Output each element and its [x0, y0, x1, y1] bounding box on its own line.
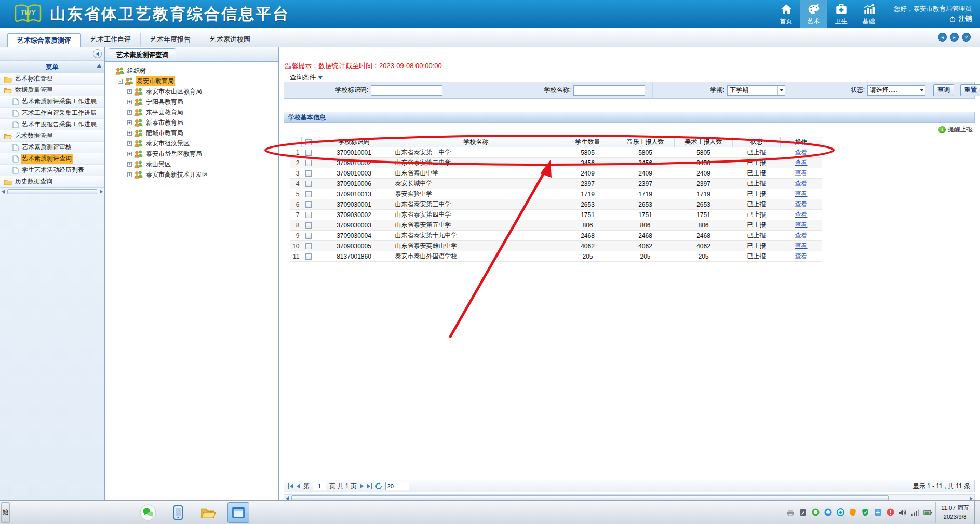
expand-node-icon[interactable]: +	[127, 162, 132, 167]
tree-node-ningyang[interactable]: + 宁阳县教育局	[106, 97, 277, 107]
status-select[interactable]: 请选择.....	[867, 85, 925, 96]
battery-icon[interactable]	[923, 508, 932, 517]
row-checkbox[interactable]	[305, 160, 312, 166]
tree-node-cuwen[interactable]: + 泰安市徂汶景区	[106, 138, 277, 149]
select-all-checkbox[interactable]	[305, 139, 312, 145]
row-checkbox[interactable]	[305, 222, 312, 229]
scroll-right-icon[interactable]	[970, 496, 973, 500]
sidebar-item-history-query[interactable]: 历史数据查询	[0, 176, 104, 187]
nav-item-art[interactable]: 艺术	[800, 0, 827, 28]
row-checkbox[interactable]	[305, 243, 312, 249]
view-link[interactable]: 查看	[795, 169, 808, 177]
page-number-input[interactable]	[313, 482, 326, 490]
expand-node-icon[interactable]: +	[127, 172, 132, 177]
window-forward-icon[interactable]: ▸	[950, 33, 959, 42]
browser-icon[interactable]	[836, 508, 845, 517]
volume-icon[interactable]	[898, 508, 907, 517]
menu-scroll-up-icon[interactable]	[97, 64, 102, 68]
row-checkbox[interactable]	[305, 212, 312, 218]
row-checkbox[interactable]	[305, 253, 312, 260]
row-checkbox[interactable]	[305, 201, 312, 208]
scroll-right-icon[interactable]	[100, 190, 103, 194]
tree-node-dongping[interactable]: + 东平县教育局	[106, 107, 277, 117]
view-link[interactable]: 查看	[795, 159, 808, 166]
view-link[interactable]: 查看	[795, 180, 808, 187]
tab-art-quality-eval[interactable]: 艺术综合素质测评	[7, 33, 81, 47]
sidebar-item-data-quality[interactable]: 数据质量管理	[0, 85, 104, 96]
expand-node-icon[interactable]: +	[127, 131, 132, 136]
sidebar-item-student-activity-list[interactable]: 学生艺术活动经历列表	[0, 165, 104, 176]
menu-horizontal-scrollbar[interactable]	[0, 187, 104, 195]
semester-select[interactable]: 下学期	[727, 85, 785, 96]
network-icon[interactable]	[911, 508, 920, 517]
expand-node-icon[interactable]: +	[127, 152, 132, 156]
tab-eval-query[interactable]: 艺术素质测评查询	[109, 48, 176, 61]
tree-node-taian-bureau[interactable]: - 泰安市教育局	[106, 76, 277, 86]
view-link[interactable]: 查看	[795, 252, 808, 260]
last-page-icon[interactable]	[367, 483, 372, 489]
collapse-sidebar-icon[interactable]	[93, 49, 102, 58]
scrollbar-thumb[interactable]	[291, 495, 889, 500]
tree-node-xintai[interactable]: + 新泰市教育局	[106, 117, 277, 128]
nav-item-basic[interactable]: 基础	[855, 0, 882, 28]
view-link[interactable]: 查看	[795, 149, 808, 156]
update-icon[interactable]	[886, 508, 895, 517]
expand-node-icon[interactable]: +	[127, 120, 132, 125]
school-code-input[interactable]	[371, 85, 442, 96]
pen-input-icon[interactable]	[799, 508, 808, 517]
antivirus-shield-icon[interactable]	[861, 508, 870, 517]
view-link[interactable]: 查看	[795, 221, 808, 229]
next-page-icon[interactable]	[360, 483, 364, 489]
remind-report-link[interactable]: + 提醒上报	[938, 125, 973, 134]
browser-taskbar-button[interactable]	[227, 502, 249, 523]
prev-page-icon[interactable]	[297, 483, 300, 489]
view-link[interactable]: 查看	[795, 190, 808, 197]
sidebar-item-eval-query[interactable]: 艺术素质测评查询	[0, 153, 104, 165]
taskbar-clock[interactable]: 11:07 周五 2023/9/8	[935, 502, 974, 523]
wechat-taskbar-button[interactable]	[137, 502, 159, 523]
row-checkbox[interactable]	[305, 150, 312, 156]
first-page-icon[interactable]	[288, 483, 293, 489]
tab-artist-campus[interactable]: 艺术家进校园	[200, 33, 260, 47]
view-link[interactable]: 查看	[795, 242, 808, 249]
tree-node-daiyue[interactable]: + 泰安市岱岳区教育局	[106, 149, 277, 159]
logout-button[interactable]: 注销	[894, 14, 972, 24]
security-shield-icon[interactable]	[849, 508, 857, 517]
view-link[interactable]: 查看	[795, 232, 808, 239]
sidebar-item-selfeval-collect-progress[interactable]: 艺术工作自评采集工作进展	[0, 108, 104, 119]
nav-item-home[interactable]: 首页	[772, 0, 800, 28]
input-method-icon[interactable]	[874, 508, 882, 517]
view-link[interactable]: 查看	[795, 211, 808, 218]
window-help-icon[interactable]: ?	[962, 33, 971, 42]
printer-icon[interactable]	[786, 508, 795, 517]
tree-node-hightech-zone[interactable]: + 泰安市高新技术开发区	[106, 169, 277, 180]
messenger-icon[interactable]	[811, 508, 820, 517]
expand-node-icon[interactable]: +	[127, 89, 132, 94]
refresh-icon[interactable]	[375, 482, 382, 490]
collapse-node-icon[interactable]: -	[118, 79, 123, 84]
tab-art-annual-report[interactable]: 艺术年度报告	[141, 33, 200, 47]
view-link[interactable]: 查看	[795, 200, 808, 208]
sidebar-item-annual-collect-progress[interactable]: 艺术年度报告采集工作进展	[0, 119, 104, 130]
scroll-left-icon[interactable]	[2, 190, 5, 194]
tree-node-taishan-scenic[interactable]: + 泰山景区	[106, 159, 277, 169]
main-horizontal-scrollbar[interactable]	[284, 494, 975, 500]
row-checkbox[interactable]	[305, 181, 312, 187]
window-back-icon[interactable]: ◂	[938, 33, 947, 42]
page-size-input[interactable]	[385, 482, 409, 490]
reset-button[interactable]: 重置	[960, 84, 980, 96]
tab-art-self-eval[interactable]: 艺术工作自评	[81, 33, 141, 47]
phone-taskbar-button[interactable]	[167, 502, 189, 523]
nav-item-health[interactable]: 卫生	[827, 0, 855, 28]
search-button[interactable]: 查询	[933, 84, 954, 96]
expand-node-icon[interactable]: +	[127, 141, 132, 146]
row-checkbox[interactable]	[305, 233, 312, 239]
cloud-sync-icon[interactable]	[824, 508, 833, 517]
show-desktop-button[interactable]	[974, 501, 980, 524]
scrollbar-thumb[interactable]	[7, 189, 97, 194]
row-checkbox[interactable]	[305, 170, 312, 177]
tree-node-feicheng[interactable]: + 肥城市教育局	[106, 128, 277, 138]
expand-node-icon[interactable]: +	[127, 110, 132, 115]
sidebar-item-eval-audit[interactable]: 艺术素质测评审核	[0, 142, 104, 153]
start-button[interactable]: 始	[1, 502, 10, 523]
